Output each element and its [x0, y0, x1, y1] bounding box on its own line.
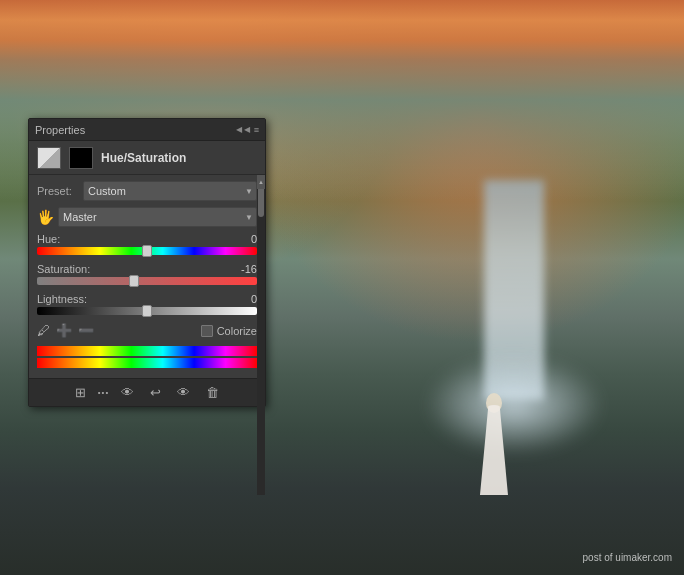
colorize-label[interactable]: Colorize [201, 325, 257, 337]
light-track-container[interactable] [37, 307, 257, 315]
channel-select-wrapper: Master Reds Yellows Greens Cyans Blues M… [58, 207, 257, 227]
hue-label: Hue: [37, 233, 60, 245]
properties-panel: Properties ◀ ◀ ≡ Hue/Saturation Preset: … [28, 118, 266, 407]
panel-body: Preset: Default Custom Strong Saturation… [29, 175, 265, 378]
panel-controls: ◀ ◀ ≡ [236, 125, 259, 135]
figure [469, 365, 519, 495]
colorize-text: Colorize [217, 325, 257, 337]
sat-thumb[interactable] [129, 275, 139, 287]
hue-value: 0 [233, 233, 257, 245]
panel-title: Properties [35, 124, 85, 136]
adjustment-title: Hue/Saturation [101, 151, 186, 165]
panel-menu-btn[interactable]: ≡ [254, 125, 259, 135]
hue-label-row: Hue: 0 [37, 233, 257, 245]
collapse-arrows[interactable]: ◀ ◀ [236, 125, 250, 134]
sat-label: Saturation: [37, 263, 90, 275]
panel-header: Hue/Saturation [29, 141, 265, 175]
eyedropper-tools: 🖊 ➕ ➖ [37, 323, 195, 338]
light-value: 0 [233, 293, 257, 305]
hue-track-container[interactable] [37, 247, 257, 255]
light-thumb[interactable] [142, 305, 152, 317]
preset-row: Preset: Default Custom Strong Saturation… [37, 181, 257, 201]
trash-btn[interactable]: 🗑 [202, 383, 223, 402]
light-label-row: Lightness: 0 [37, 293, 257, 305]
panel-titlebar: Properties ◀ ◀ ≡ [29, 119, 265, 141]
preset-select[interactable]: Default Custom Strong Saturation Sepia Y… [83, 181, 257, 201]
visibility-btn[interactable]: 👁 [117, 383, 138, 402]
toolbar-dots: ••• [98, 388, 109, 397]
eyedropper-add-icon[interactable]: ➕ [56, 323, 72, 338]
colorize-row: 🖊 ➕ ➖ Colorize [37, 323, 257, 338]
preset-select-wrapper: Default Custom Strong Saturation Sepia Y… [83, 181, 257, 201]
preview-btn[interactable]: 👁 [173, 383, 194, 402]
channel-row: 🖐 Master Reds Yellows Greens Cyans Blues… [37, 207, 257, 227]
watermark: post of uimaker.com [583, 552, 672, 563]
sat-label-row: Saturation: -16 [37, 263, 257, 275]
hue-slider-row: Hue: 0 [37, 233, 257, 255]
scroll-up-btn[interactable]: ▲ [257, 175, 265, 189]
layer-mask-thumbnail [69, 147, 93, 169]
hue-spectrum-bar-top [37, 346, 257, 356]
hue-spectrum-bar-bottom [37, 358, 257, 368]
arrow-left: ◀ [236, 125, 242, 134]
figure-body [480, 405, 508, 495]
preset-label: Preset: [37, 185, 79, 197]
colorize-checkbox[interactable] [201, 325, 213, 337]
sat-value: -16 [233, 263, 257, 275]
layer-thumbnail [37, 147, 61, 169]
panel-toolbar: ⊞ ••• 👁 ↩ 👁 🗑 [29, 378, 265, 406]
sat-track [37, 277, 257, 285]
saturation-slider-row: Saturation: -16 [37, 263, 257, 285]
eyedropper-subtract-icon[interactable]: ➖ [78, 323, 94, 338]
undo-btn[interactable]: ↩ [146, 383, 165, 402]
sat-track-container[interactable] [37, 277, 257, 285]
channel-select[interactable]: Master Reds Yellows Greens Cyans Blues M… [58, 207, 257, 227]
panel-scrollbar[interactable]: ▲ [257, 175, 265, 495]
arrow-left2: ◀ [244, 125, 250, 134]
eyedropper-icon[interactable]: 🖊 [37, 323, 50, 338]
color-bars [37, 346, 257, 368]
light-label: Lightness: [37, 293, 87, 305]
hue-thumb[interactable] [142, 245, 152, 257]
lightness-slider-row: Lightness: 0 [37, 293, 257, 315]
hand-icon: 🖐 [37, 209, 54, 225]
add-layer-btn[interactable]: ⊞ [71, 383, 90, 402]
